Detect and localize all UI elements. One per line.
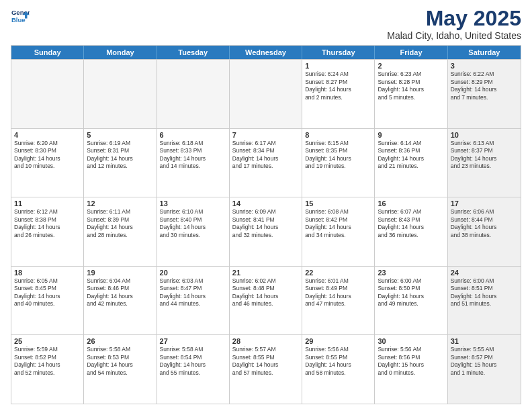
cell-info: Sunrise: 6:02 AM Sunset: 8:48 PM Dayligh…: [232, 277, 299, 308]
header-day-tuesday: Tuesday: [157, 46, 230, 59]
day-number: 15: [305, 199, 371, 208]
logo-icon: General Blue: [11, 7, 30, 26]
cell-info: Sunrise: 5:55 AM Sunset: 8:57 PM Dayligh…: [451, 346, 518, 377]
day-number: 29: [305, 337, 371, 345]
cell-info: Sunrise: 5:56 AM Sunset: 8:56 PM Dayligh…: [378, 346, 444, 377]
cal-cell-2-4: 15Sunrise: 6:08 AM Sunset: 8:42 PM Dayli…: [302, 197, 375, 266]
cal-cell-2-3: 14Sunrise: 6:09 AM Sunset: 8:41 PM Dayli…: [230, 197, 302, 266]
day-number: 5: [87, 131, 153, 139]
cell-info: Sunrise: 6:18 AM Sunset: 8:33 PM Dayligh…: [160, 140, 226, 171]
header-day-monday: Monday: [84, 46, 157, 59]
cal-cell-4-3: 28Sunrise: 5:57 AM Sunset: 8:55 PM Dayli…: [230, 335, 302, 404]
cal-row-0: 1Sunrise: 6:24 AM Sunset: 8:27 PM Daylig…: [11, 59, 521, 128]
header-day-friday: Friday: [375, 46, 447, 59]
logo: General Blue: [11, 7, 30, 26]
cell-info: Sunrise: 5:57 AM Sunset: 8:55 PM Dayligh…: [232, 346, 299, 377]
cell-info: Sunrise: 6:23 AM Sunset: 8:28 PM Dayligh…: [378, 71, 444, 101]
header-day-sunday: Sunday: [11, 46, 84, 59]
cal-row-2: 11Sunrise: 6:12 AM Sunset: 8:38 PM Dayli…: [11, 197, 521, 266]
day-number: 16: [378, 199, 444, 208]
cal-cell-0-0: [11, 60, 84, 128]
day-number: 25: [14, 337, 81, 345]
cal-cell-3-5: 23Sunrise: 6:00 AM Sunset: 8:50 PM Dayli…: [375, 267, 447, 335]
day-number: 12: [87, 199, 153, 208]
page-header: General Blue May 2025 Malad City, Idaho,…: [11, 7, 521, 41]
cal-cell-0-5: 2Sunrise: 6:23 AM Sunset: 8:28 PM Daylig…: [375, 60, 447, 128]
day-number: 19: [87, 269, 153, 277]
cal-cell-3-1: 19Sunrise: 6:04 AM Sunset: 8:46 PM Dayli…: [84, 267, 157, 335]
svg-text:Blue: Blue: [11, 16, 26, 24]
cell-info: Sunrise: 5:58 AM Sunset: 8:54 PM Dayligh…: [160, 346, 226, 377]
cal-cell-2-1: 12Sunrise: 6:11 AM Sunset: 8:39 PM Dayli…: [84, 197, 157, 266]
day-number: 2: [378, 62, 444, 70]
cell-info: Sunrise: 6:03 AM Sunset: 8:47 PM Dayligh…: [160, 277, 226, 308]
cal-cell-1-2: 6Sunrise: 6:18 AM Sunset: 8:33 PM Daylig…: [157, 129, 230, 197]
cell-info: Sunrise: 6:22 AM Sunset: 8:29 PM Dayligh…: [451, 71, 518, 101]
cal-cell-0-6: 3Sunrise: 6:22 AM Sunset: 8:29 PM Daylig…: [448, 60, 521, 128]
cal-row-4: 25Sunrise: 5:59 AM Sunset: 8:52 PM Dayli…: [11, 334, 521, 404]
cal-row-3: 18Sunrise: 6:05 AM Sunset: 8:45 PM Dayli…: [11, 266, 521, 335]
day-number: 26: [87, 337, 153, 345]
cal-row-1: 4Sunrise: 6:20 AM Sunset: 8:30 PM Daylig…: [11, 128, 521, 197]
cell-info: Sunrise: 6:01 AM Sunset: 8:49 PM Dayligh…: [305, 277, 371, 308]
header-day-thursday: Thursday: [302, 46, 375, 59]
cal-cell-3-4: 22Sunrise: 6:01 AM Sunset: 8:49 PM Dayli…: [302, 267, 375, 335]
day-number: 4: [14, 131, 81, 139]
cal-cell-4-0: 25Sunrise: 5:59 AM Sunset: 8:52 PM Dayli…: [11, 335, 84, 404]
day-number: 14: [232, 199, 299, 208]
calendar-header: SundayMondayTuesdayWednesdayThursdayFrid…: [11, 46, 521, 59]
day-number: 10: [451, 131, 518, 139]
cell-info: Sunrise: 6:14 AM Sunset: 8:36 PM Dayligh…: [378, 140, 444, 171]
cal-cell-2-0: 11Sunrise: 6:12 AM Sunset: 8:38 PM Dayli…: [11, 197, 84, 266]
cal-cell-4-2: 27Sunrise: 5:58 AM Sunset: 8:54 PM Dayli…: [157, 335, 230, 404]
cal-cell-4-6: 31Sunrise: 5:55 AM Sunset: 8:57 PM Dayli…: [448, 335, 521, 404]
cell-info: Sunrise: 6:17 AM Sunset: 8:34 PM Dayligh…: [232, 140, 299, 171]
day-number: 18: [14, 269, 81, 277]
cal-cell-4-4: 29Sunrise: 5:56 AM Sunset: 8:55 PM Dayli…: [302, 335, 375, 404]
cal-cell-3-6: 24Sunrise: 6:00 AM Sunset: 8:51 PM Dayli…: [448, 267, 521, 335]
day-number: 17: [451, 199, 518, 208]
cal-cell-2-6: 17Sunrise: 6:06 AM Sunset: 8:44 PM Dayli…: [448, 197, 521, 266]
cell-info: Sunrise: 6:00 AM Sunset: 8:51 PM Dayligh…: [451, 277, 518, 308]
day-number: 23: [378, 269, 444, 277]
cal-cell-0-4: 1Sunrise: 6:24 AM Sunset: 8:27 PM Daylig…: [302, 60, 375, 128]
day-number: 8: [305, 131, 371, 139]
day-number: 9: [378, 131, 444, 139]
title-block: May 2025 Malad City, Idaho, United State…: [387, 7, 521, 41]
day-number: 20: [160, 269, 226, 277]
cal-cell-0-3: [230, 60, 302, 128]
main-title: May 2025: [387, 7, 521, 30]
cell-info: Sunrise: 6:00 AM Sunset: 8:50 PM Dayligh…: [378, 277, 444, 308]
cal-cell-1-6: 10Sunrise: 6:13 AM Sunset: 8:37 PM Dayli…: [448, 129, 521, 197]
cell-info: Sunrise: 6:15 AM Sunset: 8:35 PM Dayligh…: [305, 140, 371, 171]
cell-info: Sunrise: 5:58 AM Sunset: 8:53 PM Dayligh…: [87, 346, 153, 377]
day-number: 6: [160, 131, 226, 139]
day-number: 1: [305, 62, 371, 70]
day-number: 22: [305, 269, 371, 277]
cal-cell-4-1: 26Sunrise: 5:58 AM Sunset: 8:53 PM Dayli…: [84, 335, 157, 404]
cal-cell-4-5: 30Sunrise: 5:56 AM Sunset: 8:56 PM Dayli…: [375, 335, 447, 404]
cal-cell-3-0: 18Sunrise: 6:05 AM Sunset: 8:45 PM Dayli…: [11, 267, 84, 335]
day-number: 7: [232, 131, 299, 139]
cell-info: Sunrise: 6:13 AM Sunset: 8:37 PM Dayligh…: [451, 140, 518, 171]
cell-info: Sunrise: 6:09 AM Sunset: 8:41 PM Dayligh…: [232, 208, 299, 239]
day-number: 11: [14, 199, 81, 208]
cal-cell-1-3: 7Sunrise: 6:17 AM Sunset: 8:34 PM Daylig…: [230, 129, 302, 197]
day-number: 3: [451, 62, 518, 70]
cal-cell-3-2: 20Sunrise: 6:03 AM Sunset: 8:47 PM Dayli…: [157, 267, 230, 335]
cell-info: Sunrise: 6:24 AM Sunset: 8:27 PM Dayligh…: [305, 71, 371, 101]
cal-cell-2-5: 16Sunrise: 6:07 AM Sunset: 8:43 PM Dayli…: [375, 197, 447, 266]
cell-info: Sunrise: 6:20 AM Sunset: 8:30 PM Dayligh…: [14, 140, 81, 171]
cell-info: Sunrise: 6:05 AM Sunset: 8:45 PM Dayligh…: [14, 277, 81, 308]
cal-cell-0-1: [84, 60, 157, 128]
cell-info: Sunrise: 6:19 AM Sunset: 8:31 PM Dayligh…: [87, 140, 153, 171]
subtitle: Malad City, Idaho, United States: [387, 30, 521, 41]
cell-info: Sunrise: 6:08 AM Sunset: 8:42 PM Dayligh…: [305, 208, 371, 239]
cell-info: Sunrise: 6:07 AM Sunset: 8:43 PM Dayligh…: [378, 208, 444, 239]
day-number: 31: [451, 337, 518, 345]
cal-cell-1-4: 8Sunrise: 6:15 AM Sunset: 8:35 PM Daylig…: [302, 129, 375, 197]
cal-cell-0-2: [157, 60, 230, 128]
cal-cell-1-5: 9Sunrise: 6:14 AM Sunset: 8:36 PM Daylig…: [375, 129, 447, 197]
cal-cell-1-0: 4Sunrise: 6:20 AM Sunset: 8:30 PM Daylig…: [11, 129, 84, 197]
day-number: 21: [232, 269, 299, 277]
